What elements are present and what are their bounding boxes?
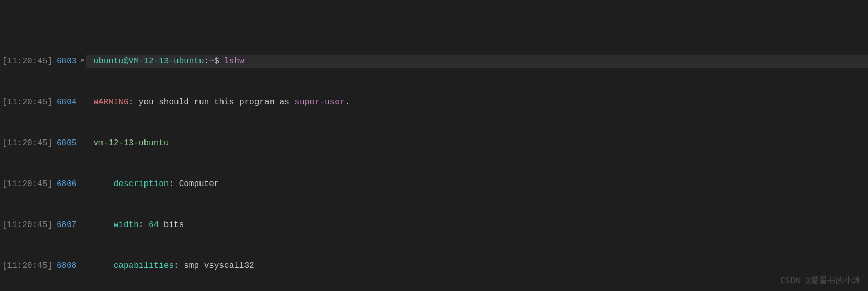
terminal-line: [11:20:45] 6806 description: Computer — [0, 177, 868, 191]
output-text: vm-12-13-ubuntu — [86, 136, 169, 150]
timestamp: [11:20:45] — [0, 136, 52, 150]
line-number: 6805 — [52, 136, 80, 150]
terminal-line: [11:20:45] 6803 ⊟ ubuntu@VM-12-13-ubuntu… — [0, 55, 868, 68]
prompt-colon: : — [204, 57, 209, 66]
line-number: 6807 — [52, 218, 80, 232]
output-text: WARNING: you should run this program as … — [86, 95, 350, 109]
line-number: 6806 — [52, 177, 80, 191]
line-number: 6803 — [52, 55, 80, 68]
prompt-line[interactable]: ubuntu@VM-12-13-ubuntu:~$ lshw — [86, 55, 868, 68]
terminal-line: [11:20:45] 6808 capabilities: smp vsysca… — [0, 259, 868, 273]
timestamp: [11:20:45] — [0, 259, 52, 273]
prompt-dollar: $ — [214, 57, 224, 66]
terminal-line: [11:20:45] 6805 vm-12-13-ubuntu — [0, 136, 868, 150]
warning-label: WARNING — [93, 98, 128, 107]
output-text: description: Computer — [86, 177, 219, 191]
timestamp: [11:20:45] — [0, 95, 52, 109]
watermark: CSDN @爱看书的小沐 — [780, 274, 861, 288]
timestamp: [11:20:45] — [0, 177, 52, 191]
line-number: 6808 — [52, 259, 80, 273]
terminal-line: [11:20:45] 6807 width: 64 bits — [0, 218, 868, 232]
output-text: width: 64 bits — [86, 218, 184, 232]
timestamp: [11:20:45] — [0, 218, 52, 232]
command: lshw — [224, 57, 244, 66]
prompt-user-host: ubuntu@VM-12-13-ubuntu — [93, 57, 204, 66]
fold-toggle-icon[interactable]: ⊟ — [80, 57, 86, 66]
hostname: vm-12-13-ubuntu — [93, 138, 169, 148]
terminal-line: [11:20:45] 6804 WARNING: you should run … — [0, 95, 868, 109]
prompt-path: ~ — [209, 57, 214, 66]
timestamp: [11:20:45] — [0, 55, 52, 68]
output-text: capabilities: smp vsyscall32 — [86, 259, 254, 273]
line-number: 6804 — [52, 95, 80, 109]
